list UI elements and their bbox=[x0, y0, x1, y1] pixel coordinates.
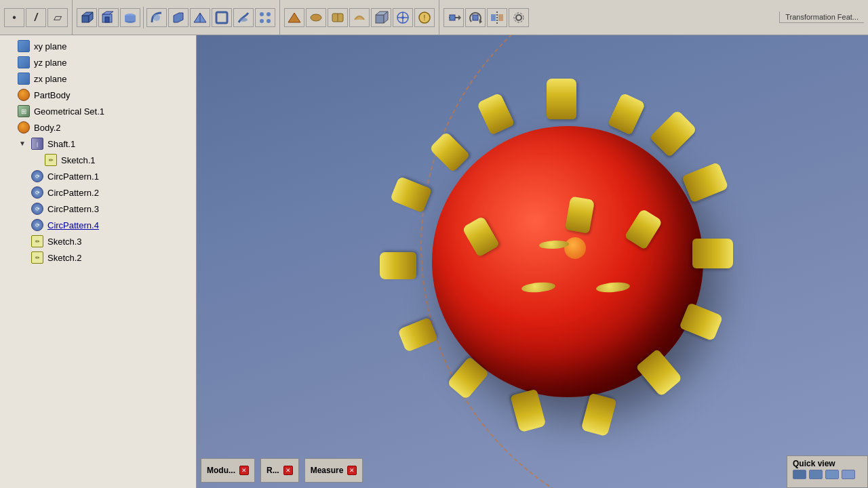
svg-point-40 bbox=[516, 15, 521, 20]
pad-button[interactable] bbox=[120, 8, 140, 27]
svg-rect-0 bbox=[82, 16, 89, 22]
svg-marker-5 bbox=[102, 12, 113, 14]
transform-panel-title: Transformation Feat... bbox=[779, 12, 864, 23]
measure-panel-title: Measure bbox=[311, 466, 344, 475]
spike-mid-left-top bbox=[390, 176, 432, 214]
svg-rect-39 bbox=[498, 14, 503, 21]
rect-tool-button[interactable]: ▱ bbox=[47, 8, 68, 27]
svg-marker-33 bbox=[458, 15, 461, 20]
tree-item-circpattern1[interactable]: ⟳CircPattern.1 bbox=[0, 168, 196, 184]
surface4-button[interactable] bbox=[349, 8, 370, 27]
rect-icon: ▱ bbox=[54, 11, 62, 24]
surface3-icon bbox=[330, 10, 345, 25]
pattern-button[interactable] bbox=[255, 8, 275, 27]
cube-button[interactable] bbox=[371, 8, 391, 27]
pocket-button[interactable] bbox=[98, 8, 119, 27]
tree-label-partbody: PartBody bbox=[34, 90, 70, 100]
toolbar-divider-1 bbox=[143, 7, 144, 28]
rotate-button[interactable] bbox=[465, 8, 486, 27]
spike-right bbox=[692, 239, 733, 268]
fillet-button[interactable] bbox=[146, 8, 167, 27]
shell-icon bbox=[214, 10, 229, 25]
main-content: xy planeyz planezx planePartBody⊞Geometr… bbox=[0, 35, 868, 488]
tree-icon-circpattern4: ⟳ bbox=[31, 219, 43, 231]
svg-rect-13 bbox=[216, 12, 227, 23]
toolbar: • / ▱ bbox=[0, 0, 868, 35]
quick-view-icons bbox=[793, 470, 862, 479]
tree-icon-sketch2: ✏ bbox=[31, 251, 43, 264]
tree-item-sketch3[interactable]: ✏Sketch.3 bbox=[0, 233, 196, 249]
chamfer-button[interactable] bbox=[168, 8, 189, 27]
spike-left bbox=[380, 252, 416, 279]
quick-view-icon-4[interactable] bbox=[842, 470, 855, 479]
svg-text:!: ! bbox=[424, 14, 426, 22]
analysis-icon: ! bbox=[417, 10, 432, 25]
svg-rect-34 bbox=[450, 15, 455, 20]
tree-item-sketch1[interactable]: ✏Sketch.1 bbox=[0, 152, 196, 168]
3d-viewport[interactable]: Modu... ✕ R... ✕ Measure ✕ Quick view bbox=[197, 35, 868, 488]
rotate-icon bbox=[468, 10, 483, 25]
r-close-button[interactable]: ✕ bbox=[283, 466, 293, 475]
axis-button[interactable] bbox=[393, 8, 413, 27]
spike-mid-right-top bbox=[682, 162, 729, 203]
surface-section: ! bbox=[280, 0, 439, 35]
tree-item-circpattern2[interactable]: ⟳CircPattern.2 bbox=[0, 184, 196, 201]
tree-item-zx-plane[interactable]: zx plane bbox=[0, 70, 196, 87]
tree-expand-circpattern1 bbox=[19, 172, 27, 180]
modu-close-button[interactable]: ✕ bbox=[239, 466, 249, 475]
tree-expand-sketch3 bbox=[19, 237, 27, 245]
modu-panel: Modu... ✕ bbox=[201, 458, 255, 483]
tree-expand-yz-plane bbox=[5, 58, 14, 66]
spike-top-left bbox=[477, 92, 515, 135]
tree-item-shaft1[interactable]: ▼|Shaft.1 bbox=[0, 136, 196, 152]
transform-section: Transformation Feat... bbox=[439, 0, 868, 35]
svg-point-20 bbox=[311, 14, 321, 21]
tree-item-xy-plane[interactable]: xy plane bbox=[0, 38, 196, 54]
rib-button[interactable] bbox=[233, 8, 254, 27]
measure-close-button[interactable]: ✕ bbox=[347, 466, 357, 475]
analysis-button[interactable]: ! bbox=[414, 8, 435, 27]
quick-view-icon-1[interactable] bbox=[793, 470, 806, 479]
draw-tools-section: • / ▱ bbox=[0, 0, 73, 35]
svg-point-15 bbox=[260, 12, 264, 16]
r-panel: R... ✕ bbox=[260, 458, 299, 483]
tree-item-circpattern4[interactable]: ⟳CircPattern.4 bbox=[0, 217, 196, 233]
shell-button[interactable] bbox=[212, 8, 232, 27]
pad-icon bbox=[123, 10, 138, 25]
quick-view-icon-3[interactable] bbox=[825, 470, 839, 479]
surface1-button[interactable] bbox=[284, 8, 304, 27]
svg-rect-36 bbox=[473, 15, 478, 20]
settings-button[interactable] bbox=[509, 8, 529, 27]
spike-bottom-center-left bbox=[510, 389, 546, 432]
tree-item-geo-set1[interactable]: ⊞Geometrical Set.1 bbox=[0, 103, 196, 119]
tree-item-partbody[interactable]: PartBody bbox=[0, 87, 196, 103]
point-icon: • bbox=[12, 12, 16, 24]
line-tool-button[interactable]: / bbox=[26, 8, 46, 27]
tree-expand-shaft1: ▼ bbox=[19, 140, 27, 148]
tree-icon-sketch3: ✏ bbox=[31, 235, 43, 247]
rib-icon bbox=[236, 10, 251, 25]
axis-icon bbox=[395, 10, 410, 25]
draft-button[interactable] bbox=[190, 8, 210, 27]
surface4-icon bbox=[352, 10, 367, 25]
point-tool-button[interactable]: • bbox=[4, 8, 24, 27]
tree-item-yz-plane[interactable]: yz plane bbox=[0, 54, 196, 70]
tree-item-sketch2[interactable]: ✏Sketch.2 bbox=[0, 249, 196, 266]
extrude-button[interactable] bbox=[77, 8, 97, 27]
svg-point-29 bbox=[401, 16, 404, 19]
surface3-button[interactable] bbox=[328, 8, 348, 27]
tree-icon-yz-plane bbox=[18, 56, 30, 68]
svg-rect-8 bbox=[125, 16, 136, 21]
tree-item-circpattern3[interactable]: ⟳CircPattern.3 bbox=[0, 201, 196, 217]
tree-item-body2[interactable]: Body.2 bbox=[0, 119, 196, 136]
surface2-button[interactable] bbox=[306, 8, 326, 27]
r-panel-title: R... bbox=[267, 466, 279, 475]
selection-dot bbox=[564, 237, 586, 259]
symmetry-button[interactable] bbox=[487, 8, 507, 27]
svg-point-14 bbox=[239, 18, 248, 22]
translate-icon bbox=[446, 10, 461, 25]
quick-view-icon-2[interactable] bbox=[809, 470, 823, 479]
tree-icon-body2 bbox=[18, 121, 30, 134]
translate-button[interactable] bbox=[443, 8, 464, 27]
svg-point-16 bbox=[267, 12, 271, 16]
